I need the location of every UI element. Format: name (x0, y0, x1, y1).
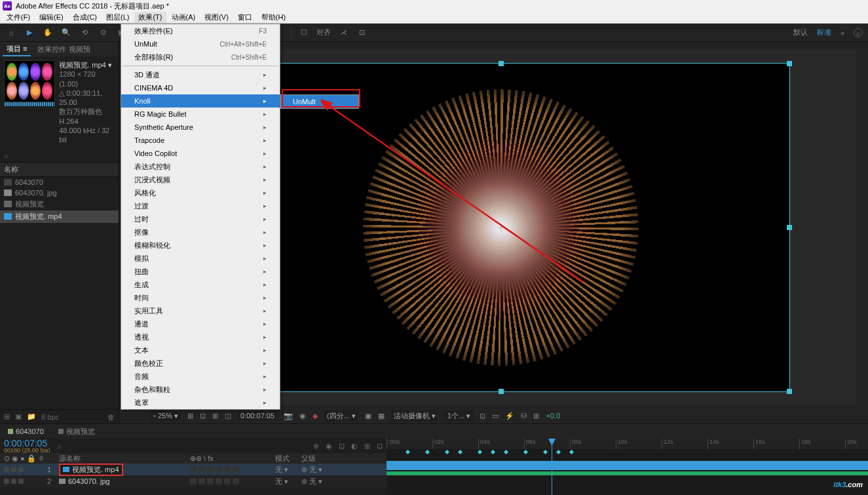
view-dropdown[interactable]: 1个... ▾ (445, 410, 473, 422)
effect-menu-item[interactable]: 文本 (121, 344, 280, 357)
menu-效果t[interactable]: 效果(T) (134, 12, 166, 23)
composition-canvas[interactable] (213, 64, 789, 391)
show-snapshot-icon[interactable]: ◉ (299, 412, 306, 420)
effect-menu-item[interactable]: UnMultCtrl+Alt+Shift+E (121, 37, 280, 50)
anchor-point-icon[interactable] (497, 224, 505, 231)
effect-menu-item[interactable]: 扭曲 (121, 265, 280, 278)
effect-menu-item[interactable]: 模拟 (121, 252, 280, 265)
menu-帮助h[interactable]: 帮助(H) (257, 12, 290, 23)
effect-menu-item[interactable]: 杂色和颗粒 (121, 383, 280, 396)
effect-menu-item[interactable]: Trapcode (121, 134, 280, 147)
tl-switch-5[interactable]: ⊞ (364, 442, 370, 450)
trash-icon[interactable]: 🗑 (107, 413, 115, 421)
timeline-tab-1[interactable]: 6043070 (4, 426, 48, 437)
effect-menu-item[interactable]: 音频 (121, 370, 280, 383)
zoom-dropdown[interactable]: ▫ 25% ▾ (151, 411, 181, 421)
submenu-item-unmult[interactable]: UnMult (281, 95, 358, 108)
project-item[interactable]: 6043070. jpg (0, 188, 119, 198)
effect-menu-item[interactable]: Synthetic Aperture (121, 121, 280, 134)
effect-menu-item[interactable]: 遮罩 (121, 396, 280, 409)
timeline-layer-row[interactable]: 2 6043070. jpg无 ▾⊚ 无 ▾ (0, 475, 387, 487)
snap-options-icon[interactable]: ⋌ (337, 27, 349, 39)
new-folder-icon[interactable]: 📁 (27, 412, 36, 421)
project-search[interactable]: ⌕ (0, 149, 119, 162)
effect-menu-item[interactable]: 效果控件(E)F3 (121, 24, 280, 37)
orbit-tool-icon[interactable]: ⟲ (79, 27, 90, 39)
timeline-icon[interactable]: ⛁ (521, 412, 527, 420)
playhead[interactable] (552, 439, 552, 495)
project-item[interactable]: 视频预览 (0, 198, 119, 210)
menu-文件f[interactable]: 文件(F) (3, 12, 34, 23)
guides-icon[interactable]: ◫ (225, 412, 231, 420)
effect-menu-item[interactable]: 3D 通道 (121, 68, 280, 81)
roi-icon[interactable]: ▣ (365, 412, 371, 420)
menu-视图v[interactable]: 视图(V) (200, 12, 233, 23)
selection-tool-icon[interactable]: ▶ (24, 27, 35, 39)
tl-switch-6[interactable]: ⊡ (377, 442, 383, 450)
menu-合成c[interactable]: 合成(C) (69, 12, 101, 23)
ruler-icon[interactable]: ⊡ (200, 412, 206, 420)
time-ruler[interactable]: :00s02s04s06s08s10s12s14s16s18s20s (387, 439, 868, 449)
exposure-value[interactable]: +0.0 (546, 412, 560, 420)
camera-dropdown[interactable]: 活动摄像机 ▾ (391, 410, 438, 422)
effect-menu-item[interactable]: 风格化 (121, 186, 280, 199)
tab-project[interactable]: 项目 ≡ (3, 43, 31, 56)
project-item[interactable]: 6043070 (0, 177, 119, 188)
search-help-icon[interactable]: ⌕ (854, 28, 863, 37)
res-toggle-icon[interactable]: ⊞ (187, 412, 193, 420)
fast-preview-icon[interactable]: ⚡ (505, 412, 514, 420)
footage-thumbnail[interactable] (4, 60, 55, 102)
effect-menu-item[interactable]: 生成 (121, 278, 280, 291)
resolution-dropdown[interactable]: (四分... ▾ (324, 410, 358, 422)
pixel-ar-icon[interactable]: ▭ (492, 412, 499, 420)
layer-bar-audio[interactable] (387, 471, 868, 475)
menu-编辑e[interactable]: 编辑(E) (35, 12, 67, 23)
effect-menu-item[interactable]: Video Copilot (121, 147, 280, 160)
comp-flow-icon[interactable]: ⊞ (533, 412, 539, 420)
bpc-label[interactable]: 8 bpc (41, 413, 59, 421)
workspace-standard[interactable]: 标准 (817, 28, 831, 37)
tl-switch-3[interactable]: ⊡ (339, 442, 345, 450)
menu-图层l[interactable]: 图层(L) (102, 12, 133, 23)
interpret-icon[interactable]: ⊞ (4, 412, 10, 421)
transparency-icon[interactable]: ▦ (378, 412, 385, 420)
effect-menu-item[interactable]: 模糊和锐化 (121, 239, 280, 252)
crop-icon[interactable]: ⊡ (480, 412, 485, 420)
zoom-tool-icon[interactable]: 🔍 (60, 27, 72, 39)
timeline-track-area[interactable]: :00s02s04s06s08s10s12s14s16s18s20s (387, 439, 868, 495)
current-time-display[interactable]: 0:00:07:05 (238, 411, 277, 420)
hand-tool-icon[interactable]: ✋ (42, 27, 54, 39)
menu-窗口[interactable]: 窗口 (234, 12, 256, 23)
timeline-layer-row[interactable]: 1视频预览. mp4无 ▾⊚ 无 ▾ (0, 464, 387, 475)
effect-menu-item[interactable]: 实用工具 (121, 304, 280, 317)
snapping-checkbox[interactable]: ☐ (298, 27, 310, 39)
effect-menu-item[interactable]: 透视 (121, 330, 280, 344)
effect-menu-item[interactable]: 过渡 (121, 199, 280, 212)
effect-menu-item[interactable]: 沉浸式视频 (121, 173, 280, 186)
effect-menu-item[interactable]: 颜色校正 (121, 357, 280, 370)
project-item[interactable]: 视频预览. mp4 (0, 210, 119, 223)
timeline-tab-2[interactable]: 视频预览 (54, 426, 99, 438)
workspace-more-icon[interactable]: » (840, 29, 844, 37)
snapshot-icon[interactable]: 📷 (284, 412, 293, 420)
effect-menu-item[interactable]: RG Magic Bullet (121, 108, 280, 121)
timeline-search-icon[interactable]: ⌕ (57, 442, 62, 450)
effect-menu-item[interactable]: 全部移除(R)Ctrl+Shift+E (121, 50, 280, 64)
snap-extra-icon[interactable]: ⊡ (356, 27, 368, 39)
effect-menu-item[interactable]: CINEMA 4D (121, 81, 280, 94)
layer-bar-1[interactable] (387, 461, 868, 470)
tl-switch-4[interactable]: ◐ (351, 442, 358, 450)
effect-menu-item[interactable]: 抠像 (121, 226, 280, 239)
tl-switch-1[interactable]: ⊕ (313, 442, 319, 450)
effect-menu-item[interactable]: 时间 (121, 291, 280, 304)
workspace-default[interactable]: 默认 (793, 28, 808, 37)
grid-icon[interactable]: ⊞ (212, 412, 218, 420)
tab-effect-controls[interactable]: 效果控件 视频预 (33, 43, 94, 56)
effect-menu-item[interactable]: 过时 (121, 212, 280, 226)
new-comp-icon[interactable]: ▣ (15, 412, 22, 421)
menu-动画a[interactable]: 动画(A) (168, 12, 200, 23)
rotation-tool-icon[interactable]: ⊙ (97, 27, 109, 39)
effect-menu-item[interactable]: Knoll (121, 94, 280, 108)
effect-menu-item[interactable]: 表达式控制 (121, 160, 280, 173)
channel-icon[interactable]: ◆ (312, 412, 318, 420)
